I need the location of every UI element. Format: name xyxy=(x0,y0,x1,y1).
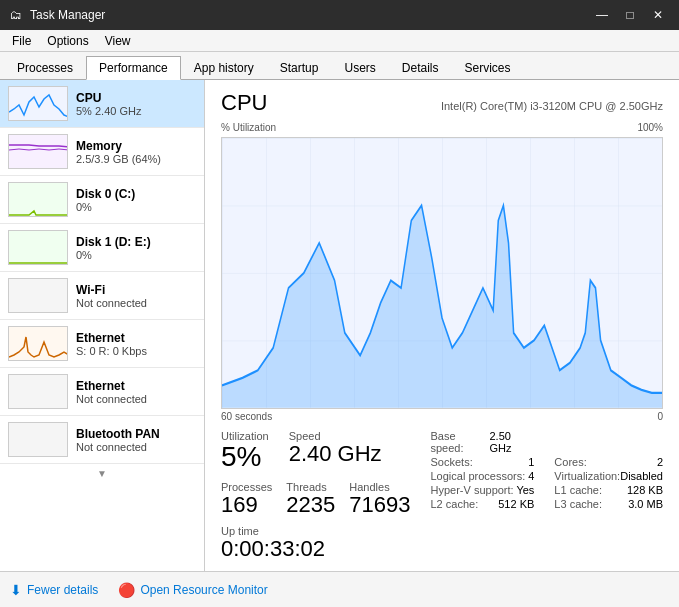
utilization-value: 5% xyxy=(221,442,269,473)
tab-performance[interactable]: Performance xyxy=(86,56,181,80)
app-icon: 🗂 xyxy=(8,7,24,23)
tab-processes[interactable]: Processes xyxy=(4,55,86,79)
sidebar-thumb-wifi xyxy=(8,278,68,313)
chart-area: % Utilization 100% xyxy=(221,122,663,424)
sidebar-bluetooth-name: Bluetooth PAN xyxy=(76,427,196,441)
svg-rect-2 xyxy=(9,183,68,217)
tab-users[interactable]: Users xyxy=(331,55,388,79)
sidebar-thumb-bluetooth xyxy=(8,422,68,457)
svg-rect-1 xyxy=(9,135,68,169)
sidebar-cpu-detail: 5% 2.40 GHz xyxy=(76,105,196,117)
footer: ⬇ Fewer details 🔴 Open Resource Monitor xyxy=(0,571,679,607)
sidebar-wifi-name: Wi-Fi xyxy=(76,283,196,297)
chart-seconds-label: 60 seconds xyxy=(221,411,272,422)
spec-logical: Logical processors: 4 xyxy=(431,470,535,482)
sidebar: CPU 5% 2.40 GHz Memory 2.5/3.9 GB (64%) xyxy=(0,80,205,571)
left-stats: Utilization 5% Speed 2.40 GHz Processes … xyxy=(221,430,411,561)
open-monitor-button[interactable]: 🔴 Open Resource Monitor xyxy=(118,582,267,598)
sidebar-disk0-name: Disk 0 (C:) xyxy=(76,187,196,201)
stat-speed: Speed 2.40 GHz xyxy=(289,430,382,473)
handles-value: 71693 xyxy=(349,493,410,517)
sidebar-info-ethernet2: Ethernet Not connected xyxy=(76,379,196,405)
sidebar-disk1-detail: 0% xyxy=(76,249,196,261)
scroll-indicator: ▼ xyxy=(0,464,204,483)
tab-startup[interactable]: Startup xyxy=(267,55,332,79)
uptime-label: Up time xyxy=(221,525,411,537)
sidebar-item-wifi[interactable]: Wi-Fi Not connected xyxy=(0,272,204,320)
sidebar-info-wifi: Wi-Fi Not connected xyxy=(76,283,196,309)
spec-virtualization: Virtualization: Disabled xyxy=(554,470,663,482)
svg-rect-4 xyxy=(9,279,68,313)
stat-uptime: Up time 0:00:33:02 xyxy=(221,525,411,561)
sidebar-item-disk1[interactable]: Disk 1 (D: E:) 0% xyxy=(0,224,204,272)
sidebar-thumb-disk0 xyxy=(8,182,68,217)
sidebar-info-disk1: Disk 1 (D: E:) 0% xyxy=(76,235,196,261)
spec-l1: L1 cache: 128 KB xyxy=(554,484,663,496)
sidebar-thumb-ethernet2 xyxy=(8,374,68,409)
uptime-value: 0:00:33:02 xyxy=(221,537,411,561)
spec-base-speed: Base speed: 2.50 GHz xyxy=(431,430,535,454)
spec-cores: Cores: 2 xyxy=(554,456,663,468)
fewer-details-icon: ⬇ xyxy=(10,582,22,598)
threads-value: 2235 xyxy=(286,493,335,517)
speed-value: 2.40 GHz xyxy=(289,442,382,466)
chart-100-label: 100% xyxy=(637,122,663,133)
chart-container xyxy=(221,137,663,409)
processes-label: Processes xyxy=(221,481,272,493)
sidebar-item-memory[interactable]: Memory 2.5/3.9 GB (64%) xyxy=(0,128,204,176)
panel-subtitle: Intel(R) Core(TM) i3-3120M CPU @ 2.50GHz xyxy=(441,100,663,112)
svg-rect-0 xyxy=(9,87,68,121)
chart-top-labels: % Utilization 100% xyxy=(221,122,663,135)
chart-utilization-label: % Utilization xyxy=(221,122,276,133)
sidebar-thumb-ethernet1 xyxy=(8,326,68,361)
panel-title: CPU xyxy=(221,90,267,116)
sidebar-info-ethernet1: Ethernet S: 0 R: 0 Kbps xyxy=(76,331,196,357)
spec-l2: L2 cache: 512 KB xyxy=(431,498,535,510)
menu-bar: File Options View xyxy=(0,30,679,52)
stat-utilization: Utilization 5% xyxy=(221,430,269,473)
specs-grid: Base speed: 2.50 GHz Sockets: 1 Cores: 2… xyxy=(431,430,664,510)
sidebar-cpu-name: CPU xyxy=(76,91,196,105)
menu-view[interactable]: View xyxy=(97,32,139,50)
bottom-section: Utilization 5% Speed 2.40 GHz Processes … xyxy=(221,430,663,561)
sidebar-item-ethernet1[interactable]: Ethernet S: 0 R: 0 Kbps xyxy=(0,320,204,368)
title-bar-left: 🗂 Task Manager xyxy=(8,7,105,23)
sidebar-ethernet2-name: Ethernet xyxy=(76,379,196,393)
tab-details[interactable]: Details xyxy=(389,55,452,79)
sidebar-thumb-disk1 xyxy=(8,230,68,265)
spec-hyperv: Hyper-V support: Yes xyxy=(431,484,535,496)
sidebar-bluetooth-detail: Not connected xyxy=(76,441,196,453)
sidebar-ethernet1-detail: S: 0 R: 0 Kbps xyxy=(76,345,196,357)
menu-file[interactable]: File xyxy=(4,32,39,50)
stat-processes: Processes 169 xyxy=(221,481,272,517)
sidebar-item-bluetooth[interactable]: Bluetooth PAN Not connected xyxy=(0,416,204,464)
minimize-button[interactable]: — xyxy=(589,5,615,25)
tab-app-history[interactable]: App history xyxy=(181,55,267,79)
sidebar-info-bluetooth: Bluetooth PAN Not connected xyxy=(76,427,196,453)
fewer-details-label: Fewer details xyxy=(27,583,98,597)
sidebar-thumb-cpu xyxy=(8,86,68,121)
maximize-button[interactable]: □ xyxy=(617,5,643,25)
close-button[interactable]: ✕ xyxy=(645,5,671,25)
chart-bottom-labels: 60 seconds 0 xyxy=(221,411,663,424)
tab-bar: Processes Performance App history Startu… xyxy=(0,52,679,80)
svg-rect-6 xyxy=(9,375,68,409)
tab-services[interactable]: Services xyxy=(452,55,524,79)
sidebar-info-disk0: Disk 0 (C:) 0% xyxy=(76,187,196,213)
sidebar-ethernet2-detail: Not connected xyxy=(76,393,196,405)
spec-sockets: Sockets: 1 xyxy=(431,456,535,468)
stats-row-2: Processes 169 Threads 2235 Handles 71693 xyxy=(221,481,411,517)
menu-options[interactable]: Options xyxy=(39,32,96,50)
fewer-details-button[interactable]: ⬇ Fewer details xyxy=(10,582,98,598)
main-content: CPU 5% 2.40 GHz Memory 2.5/3.9 GB (64%) xyxy=(0,80,679,571)
spec-l3: L3 cache: 3.0 MB xyxy=(554,498,663,510)
handles-label: Handles xyxy=(349,481,410,493)
svg-rect-3 xyxy=(9,231,68,265)
sidebar-item-cpu[interactable]: CPU 5% 2.40 GHz xyxy=(0,80,204,128)
stats-row-1: Utilization 5% Speed 2.40 GHz xyxy=(221,430,411,473)
open-monitor-label: Open Resource Monitor xyxy=(140,583,267,597)
sidebar-thumb-memory xyxy=(8,134,68,169)
sidebar-item-ethernet2[interactable]: Ethernet Not connected xyxy=(0,368,204,416)
stat-threads: Threads 2235 xyxy=(286,481,335,517)
sidebar-item-disk0[interactable]: Disk 0 (C:) 0% xyxy=(0,176,204,224)
